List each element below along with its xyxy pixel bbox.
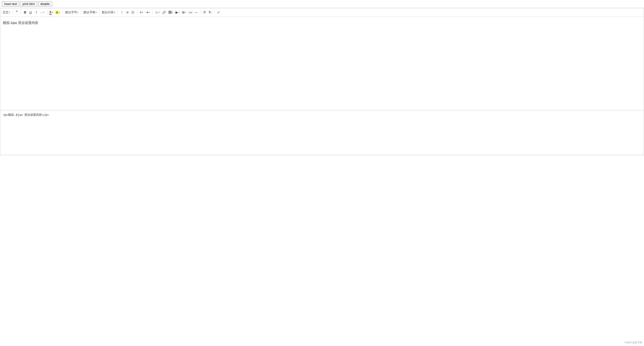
editor-wrapper: 正文 ▾ " B U I ··· ▾ A ▾: [0, 8, 644, 155]
todo-list-button[interactable]: ☑: [130, 9, 136, 15]
toolbar-group-paragraph: 正文 ▾: [2, 9, 11, 15]
link-icon: 🔗: [162, 10, 166, 14]
toolbar-group-lineheight: 默认行高 ▾: [101, 9, 116, 15]
table-dropdown-arrow: ▾: [185, 11, 186, 13]
todo-icon: ☑: [132, 10, 134, 14]
more-format-button[interactable]: ··· ▾: [39, 9, 46, 15]
font-family-button[interactable]: 默认字体 ▾: [82, 9, 98, 15]
indent-icon: ⇥: [146, 10, 148, 14]
fullscreen-icon: ⤢: [217, 10, 220, 14]
toolbar-group-quote: ": [14, 9, 20, 15]
bold-button[interactable]: B: [22, 9, 28, 15]
toolbar-group-color: A ▾ A ▾: [48, 9, 61, 15]
underline-button[interactable]: U: [28, 9, 33, 15]
font-bg-color-button[interactable]: A ▾: [54, 9, 61, 15]
sep-1: [12, 10, 13, 14]
font-bg-icon: A: [56, 11, 58, 14]
indent-button[interactable]: ⇥ ▾: [144, 9, 151, 15]
toolbar-group-align: ≡ ▾ ⇥ ▾: [139, 9, 151, 15]
code-button[interactable]: <>: [188, 9, 194, 15]
toolbar-group-format: B U I ··· ▾: [22, 9, 46, 15]
video-dropdown-arrow: ▾: [178, 11, 180, 13]
align-dropdown-arrow: ▾: [142, 11, 143, 13]
editor-content-area[interactable]: 模拟 Ajax 异步设置内容: [0, 16, 644, 110]
font-color-button[interactable]: A ▾: [48, 9, 54, 15]
emoji-dropdown-arrow: ▾: [158, 11, 160, 13]
paragraph-style-button[interactable]: 正文 ▾: [2, 9, 11, 15]
fullscreen-button[interactable]: ⤢: [216, 9, 221, 15]
toolbar-group-list: ⁝ ⋖ ☑: [119, 9, 136, 15]
print-html-button[interactable]: print html: [20, 1, 37, 6]
font-bg-dropdown-arrow: ▾: [59, 11, 60, 13]
sep-5: [81, 10, 81, 14]
line-height-dropdown-arrow: ▾: [114, 11, 115, 13]
paragraph-dropdown-arrow: ▾: [9, 11, 10, 13]
align-icon: ≡: [140, 10, 142, 14]
more-dropdown-arrow: ▾: [43, 11, 44, 13]
video-icon: ▶: [176, 10, 178, 14]
video-button[interactable]: ▶ ▾: [174, 9, 181, 15]
undo-icon: ↺: [203, 10, 206, 14]
divider-icon: —: [195, 10, 198, 14]
font-color-dropdown-arrow: ▾: [52, 11, 53, 13]
font-size-dropdown-arrow: ▾: [77, 11, 78, 13]
redo-button[interactable]: ↻: [208, 9, 213, 15]
link-button[interactable]: 🔗: [161, 9, 167, 15]
sep-8: [137, 10, 137, 14]
emoji-icon: ☺: [155, 10, 158, 14]
top-bar: insert text print html disable: [0, 0, 644, 8]
sep-7: [118, 10, 118, 14]
insert-text-button[interactable]: insert text: [2, 1, 19, 6]
ordered-list-icon: ⋖: [126, 10, 129, 14]
image-icon: 🖼: [168, 10, 172, 14]
image-button[interactable]: 🖼 ▾: [167, 9, 174, 15]
font-family-dropdown-arrow: ▾: [96, 11, 97, 13]
toolbar-group-history: ↺ ↻: [202, 9, 213, 15]
editor-paragraph: 模拟 Ajax 异步设置内容: [3, 20, 641, 25]
table-button[interactable]: ⊞ ▾: [181, 9, 188, 15]
divider-insert-button[interactable]: —: [194, 9, 199, 15]
unordered-list-icon: ⁝: [121, 10, 122, 14]
sep-9: [152, 10, 152, 14]
html-source-area: <p>模拟 Ajax 异步设置内容</p>: [0, 110, 644, 155]
toolbar-group-insert: ☺ ▾ 🔗 🖼 ▾ ▶ ▾ ⊞ ▾ <> —: [154, 9, 199, 15]
font-size-button[interactable]: 默认字号 ▾: [64, 9, 80, 15]
indent-dropdown-arrow: ▾: [149, 11, 150, 13]
table-icon: ⊞: [182, 10, 185, 14]
sep-6: [99, 10, 100, 14]
italic-button[interactable]: I: [34, 9, 39, 15]
sep-10: [200, 10, 200, 14]
sep-3: [47, 10, 47, 14]
align-button[interactable]: ≡ ▾: [139, 9, 144, 15]
toolbar-group-fontfamily: 默认字体 ▾: [82, 9, 98, 15]
undo-button[interactable]: ↺: [202, 9, 207, 15]
emoji-button[interactable]: ☺ ▾: [154, 9, 161, 15]
font-color-icon: A: [50, 10, 52, 14]
toolbar-group-fullscreen: ⤢: [216, 9, 221, 15]
blockquote-button[interactable]: ": [14, 9, 20, 15]
ordered-list-button[interactable]: ⋖: [125, 9, 130, 15]
redo-icon: ↻: [209, 10, 212, 14]
code-icon: <>: [189, 11, 192, 14]
sep-2: [21, 10, 21, 14]
disable-button[interactable]: disable: [38, 1, 52, 6]
quote-icon: ": [16, 10, 18, 14]
unordered-list-button[interactable]: ⁝: [119, 9, 124, 15]
toolbar: 正文 ▾ " B U I ··· ▾ A ▾: [0, 8, 644, 16]
toolbar-group-fontsize: 默认字号 ▾: [64, 9, 80, 15]
sep-11: [214, 10, 214, 14]
image-dropdown-arrow: ▾: [172, 11, 173, 13]
sep-4: [62, 10, 63, 14]
line-height-button[interactable]: 默认行高 ▾: [101, 9, 116, 15]
